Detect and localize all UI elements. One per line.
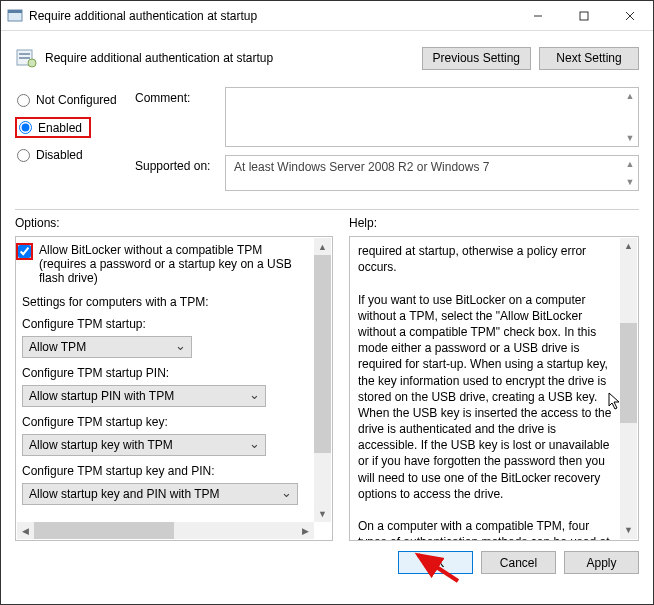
radio-disabled[interactable] [17,149,30,162]
scroll-up-icon[interactable]: ▲ [314,238,331,255]
policy-title: Require additional authentication at sta… [45,51,414,65]
options-horizontal-scrollbar[interactable]: ◀ ▶ [17,522,314,539]
supported-label: Supported on: [135,155,225,191]
title-bar: Require additional authentication at sta… [1,1,653,31]
options-vertical-scrollbar[interactable]: ▲ ▼ [314,238,331,522]
allow-without-tpm-checkbox-highlight [16,243,33,260]
tpm-pin-label: Configure TPM startup PIN: [22,366,312,380]
minimize-button[interactable] [515,1,561,31]
tpm-key-label: Configure TPM startup key: [22,415,312,429]
tpm-pin-select[interactable]: Allow startup PIN with TPM [22,385,266,407]
svg-rect-1 [8,10,22,13]
policy-icon [15,47,37,69]
radio-label: Disabled [36,148,83,162]
scroll-down-icon[interactable]: ▼ [314,505,331,522]
svg-rect-3 [580,12,588,20]
maximize-button[interactable] [561,1,607,31]
next-setting-button[interactable]: Next Setting [539,47,639,70]
cancel-button[interactable]: Cancel [481,551,556,574]
scroll-down-icon[interactable]: ▼ [623,175,637,189]
scroll-up-icon[interactable]: ▲ [620,238,637,255]
help-text: If you want to use BitLocker on a comput… [358,292,618,502]
footer: OK Cancel Apply [1,541,653,584]
state-enabled[interactable]: Enabled [15,117,91,138]
window-title: Require additional authentication at sta… [29,9,515,23]
apply-button[interactable]: Apply [564,551,639,574]
help-panel: required at startup, otherwise a policy … [349,236,639,541]
tpm-settings-heading: Settings for computers with a TPM: [22,295,312,309]
help-text: required at startup, otherwise a policy … [358,243,618,275]
tpm-key-select[interactable]: Allow startup key with TPM [22,434,266,456]
radio-label: Not Configured [36,93,117,107]
tpm-keypin-label: Configure TPM startup key and PIN: [22,464,312,478]
svg-rect-8 [19,57,30,59]
state-radio-group: Not Configured Enabled Disabled [15,87,135,199]
options-panel: Allow BitLocker without a compatible TPM… [15,236,333,541]
supported-field: At least Windows Server 2008 R2 or Windo… [225,155,639,191]
scroll-right-icon[interactable]: ▶ [297,522,314,539]
radio-label: Enabled [38,121,82,135]
svg-line-10 [418,555,458,581]
divider [15,209,639,210]
tpm-keypin-select[interactable]: Allow startup key and PIN with TPM [22,483,298,505]
state-disabled[interactable]: Disabled [15,146,135,164]
scroll-down-icon[interactable]: ▼ [623,131,637,145]
svg-rect-7 [19,53,30,55]
comment-field[interactable]: ▲ ▼ [225,87,639,147]
svg-point-9 [28,59,36,67]
header-row: Require additional authentication at sta… [15,41,639,75]
app-icon [7,8,23,24]
scroll-up-icon[interactable]: ▲ [623,89,637,103]
scroll-down-icon[interactable]: ▼ [620,522,637,539]
help-text: On a computer with a compatible TPM, fou… [358,518,618,541]
allow-without-tpm-checkbox[interactable] [18,245,31,258]
tpm-startup-select[interactable]: Allow TPM [22,336,192,358]
scroll-up-icon[interactable]: ▲ [623,157,637,171]
red-arrow-icon [406,541,466,585]
close-button[interactable] [607,1,653,31]
radio-not-configured[interactable] [17,94,30,107]
help-heading: Help: [349,216,639,230]
radio-enabled[interactable] [19,121,32,134]
previous-setting-button[interactable]: Previous Setting [422,47,531,70]
scroll-left-icon[interactable]: ◀ [17,522,34,539]
options-heading: Options: [15,216,333,230]
tpm-startup-label: Configure TPM startup: [22,317,312,331]
help-vertical-scrollbar[interactable]: ▲ ▼ [620,238,637,539]
state-not-configured[interactable]: Not Configured [15,91,135,109]
comment-label: Comment: [135,87,225,147]
allow-without-tpm-label: Allow BitLocker without a compatible TPM… [39,243,312,285]
